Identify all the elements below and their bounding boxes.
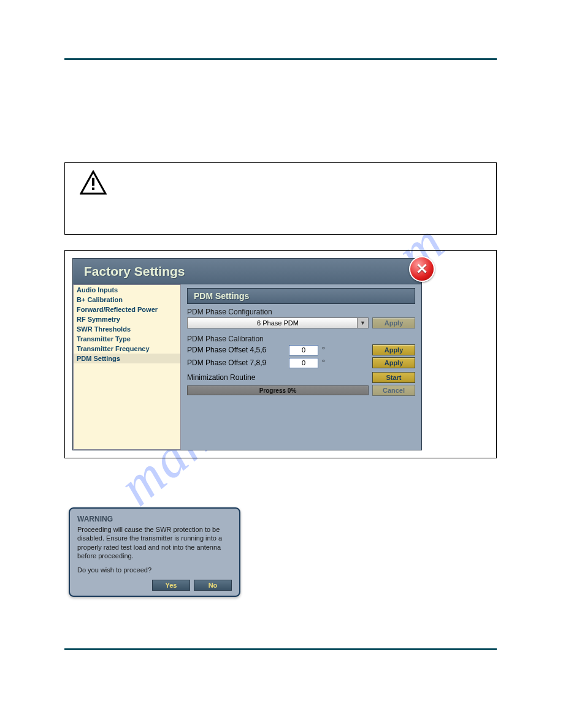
offset1-input[interactable] [289,345,318,355]
sidebar-item-transmitter-frequency[interactable]: Transmitter Frequency [74,344,180,354]
caution-box [64,162,497,235]
sidebar-item-forward-reflected-power[interactable]: Forward/Reflected Power [74,305,180,314]
offset2-apply-button[interactable]: Apply [372,357,415,368]
sidebar-item-transmitter-type[interactable]: Transmitter Type [74,334,180,344]
offset2-input[interactable] [289,358,318,368]
phase-config-dropdown[interactable]: 6 Phase PDM ▼ [187,317,369,328]
offset2-label: PDM Phase Offset 7,8,9 [187,358,285,367]
sidebar-item-b-plus-calibration[interactable]: B+ Calibration [74,295,180,305]
offset1-apply-button[interactable]: Apply [372,344,415,355]
phase-calib-label: PDM Phase Calibration [187,335,415,343]
warning-button-row: Yes No [77,580,232,591]
close-button[interactable]: ✕ [409,256,435,282]
section-header: PDM Settings [187,288,415,304]
factory-body: Audio Inputs B+ Calibration Forward/Refl… [73,284,421,450]
content-area: PDM Settings PDM Phase Configuration 6 P… [181,284,421,450]
warning-yes-button[interactable]: Yes [152,580,190,591]
chevron-down-icon: ▼ [357,318,368,328]
warning-prompt: Do you wish to proceed? [77,566,232,574]
degree-unit: ° [322,346,332,354]
horizontal-rule-top [64,58,497,60]
warning-body: Proceeding will cause the SWR protection… [77,525,232,560]
minimization-start-button[interactable]: Start [372,372,415,383]
offset1-label: PDM Phase Offset 4,5,6 [187,346,285,354]
sidebar: Audio Inputs B+ Calibration Forward/Refl… [73,284,181,450]
sidebar-item-audio-inputs[interactable]: Audio Inputs [74,285,180,295]
minimization-cancel-button[interactable]: Cancel [372,385,415,396]
phase-config-label: PDM Phase Configuration [187,308,415,316]
sidebar-item-swr-thresholds[interactable]: SWR Thresholds [74,324,180,334]
figure-container: Factory Settings ✕ Audio Inputs B+ Calib… [64,250,497,458]
factory-settings-panel: Factory Settings ✕ Audio Inputs B+ Calib… [72,258,422,450]
factory-title: Factory Settings [84,264,185,279]
factory-titlebar: Factory Settings ✕ [73,259,421,284]
horizontal-rule-bottom [64,648,497,650]
minimization-progress-bar: Progress 0% [187,385,369,395]
phase-config-value: 6 Phase PDM [257,319,299,327]
minimization-label: Minimization Routine [187,373,369,382]
svg-rect-1 [92,178,94,186]
degree-unit: ° [322,358,332,367]
sidebar-item-pdm-settings[interactable]: PDM Settings [74,354,180,363]
sidebar-item-rf-symmetry[interactable]: RF Symmetry [74,314,180,324]
warning-dialog: WARNING Proceeding will cause the SWR pr… [69,507,240,597]
phase-config-apply-button[interactable]: Apply [372,317,415,328]
warning-triangle-icon [80,170,107,195]
close-icon: ✕ [416,260,428,278]
svg-rect-2 [92,188,94,190]
warning-title: WARNING [77,515,232,523]
warning-no-button[interactable]: No [194,580,232,591]
